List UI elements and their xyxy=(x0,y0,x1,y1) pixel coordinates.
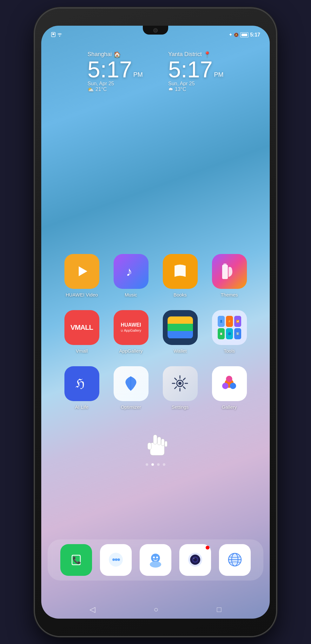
svg-point-30 xyxy=(115,558,117,561)
gallery-icon-bg xyxy=(212,366,247,401)
svg-rect-26 xyxy=(148,443,151,450)
svg-point-8 xyxy=(178,382,182,385)
settings-label: Settings xyxy=(171,404,189,410)
vmall-icon-bg: VMALL xyxy=(64,310,99,345)
svg-rect-4 xyxy=(222,265,228,279)
wallet-label: Wallet xyxy=(174,348,187,354)
ailife-label: AI Life xyxy=(75,404,89,410)
nav-back-button[interactable]: ◁ xyxy=(89,605,95,614)
app-ailife[interactable]: ℌ AI Life xyxy=(61,366,103,410)
svg-point-31 xyxy=(117,558,120,561)
wallet-icon-bg xyxy=(163,310,198,345)
tools-grid: 👤 ⚡ 📶 📋 🔵 ℹ️ xyxy=(215,313,244,342)
battery-icon xyxy=(240,32,248,37)
app-music[interactable]: ♪ Music xyxy=(110,254,152,297)
svg-rect-5 xyxy=(223,263,227,265)
svg-text:ℌ: ℌ xyxy=(76,377,85,390)
phone-screen: ✦ 🔕 5:17 Shanghai 🏠 5:17 PM Sun, Apr 25 xyxy=(41,26,270,619)
themes-icon-bg xyxy=(212,254,247,289)
svg-point-40 xyxy=(193,558,195,559)
clock-shanghai: Shanghai 🏠 5:17 PM Sun, Apr 25 ⛅ 21°C xyxy=(88,51,143,93)
weather-shanghai: ⛅ 21°C xyxy=(88,87,107,93)
app-settings[interactable]: Settings xyxy=(160,366,201,410)
camera-notification-dot xyxy=(206,546,209,550)
tools-icon-bg: 👤 ⚡ 📶 📋 🔵 ℹ️ xyxy=(212,310,247,345)
svg-point-34 xyxy=(153,556,155,558)
clock-widget: Shanghai 🏠 5:17 PM Sun, Apr 25 ⛅ 21°C Ya… xyxy=(41,45,270,99)
svg-point-33 xyxy=(150,561,161,568)
svg-line-16 xyxy=(175,387,177,389)
svg-point-32 xyxy=(151,554,160,563)
svg-rect-1 xyxy=(52,33,54,35)
wallet-stripes xyxy=(168,316,193,339)
bluetooth-icon: ✦ xyxy=(229,32,232,37)
clock-yanta: Yanta District 📍 5:17 PM Sun, Apr 25 🌧 1… xyxy=(168,51,223,93)
dock-phone[interactable]: 📞 xyxy=(60,544,92,576)
dock-messages[interactable] xyxy=(100,544,132,576)
books-icon-bg xyxy=(163,254,198,289)
phone-device: ✦ 🔕 5:17 Shanghai 🏠 5:17 PM Sun, Apr 25 xyxy=(35,8,276,636)
time-shanghai: 5:17 PM xyxy=(88,58,143,81)
nav-recent-button[interactable]: □ xyxy=(217,605,222,614)
svg-rect-24 xyxy=(161,439,164,446)
svg-text:📞: 📞 xyxy=(72,556,81,564)
dock-camera[interactable] xyxy=(179,544,211,576)
svg-point-29 xyxy=(112,558,115,561)
app-row-1: HUAWEI Video ♪ Music xyxy=(57,254,254,297)
date-shanghai: Sun, Apr 25 xyxy=(88,81,114,87)
tools-label: Tools xyxy=(224,348,235,354)
date-yanta: Sun, Apr 25 xyxy=(168,81,195,87)
svg-rect-23 xyxy=(157,437,161,445)
app-tools[interactable]: 👤 ⚡ 📶 📋 🔵 ℹ️ Tools xyxy=(209,310,250,354)
cursor-hand xyxy=(146,432,168,457)
svg-rect-22 xyxy=(153,435,157,444)
app-vmall[interactable]: VMALL Vmall xyxy=(61,310,103,354)
svg-marker-2 xyxy=(79,266,87,276)
app-gallery[interactable]: Gallery xyxy=(209,366,250,410)
svg-point-20 xyxy=(230,383,236,389)
optimizer-icon-bg xyxy=(114,366,149,401)
page-dot-4 xyxy=(163,463,165,466)
gallery-label: Gallery xyxy=(222,404,237,410)
music-icon-bg: ♪ xyxy=(114,254,149,289)
huawei-video-icon xyxy=(64,254,99,289)
svg-point-19 xyxy=(222,383,228,389)
dock-browser[interactable] xyxy=(219,544,251,576)
status-left-icons xyxy=(51,32,62,38)
books-label: Books xyxy=(174,292,187,297)
svg-rect-21 xyxy=(150,443,164,455)
svg-point-18 xyxy=(226,376,232,382)
page-dot-1 xyxy=(146,463,148,466)
svg-line-14 xyxy=(183,387,185,389)
wifi-icon xyxy=(57,32,62,37)
svg-point-35 xyxy=(156,556,158,558)
weather-yanta: 🌧 13°C xyxy=(168,87,186,92)
svg-rect-25 xyxy=(165,441,167,447)
app-row-3: ℌ AI Life Optimizer xyxy=(57,366,254,410)
page-dot-3 xyxy=(157,463,160,466)
time-yanta: 5:17 PM xyxy=(168,58,223,81)
page-dots xyxy=(146,463,165,466)
app-optimizer[interactable]: Optimizer xyxy=(110,366,152,410)
dock-celia[interactable] xyxy=(140,544,171,576)
page-dot-2 xyxy=(151,463,154,466)
svg-line-13 xyxy=(175,378,177,380)
status-right-icons: ✦ 🔕 5:17 xyxy=(229,32,260,38)
nav-bar: ◁ ○ □ xyxy=(60,605,251,614)
app-books[interactable]: Books xyxy=(160,254,201,297)
status-time: 5:17 xyxy=(250,32,260,38)
themes-label: Themes xyxy=(221,292,238,297)
appgallery-icon-bg: HUAWEI ∪ AppGallery xyxy=(114,310,149,345)
app-themes[interactable]: Themes xyxy=(209,254,250,297)
music-label: Music xyxy=(125,292,137,297)
app-grid: HUAWEI Video ♪ Music xyxy=(41,254,270,422)
mute-icon: 🔕 xyxy=(234,33,239,37)
nav-home-button[interactable]: ○ xyxy=(154,605,158,614)
appgallery-label: AppGallery xyxy=(119,348,142,354)
app-huawei-video[interactable]: HUAWEI Video xyxy=(61,254,103,297)
vmall-label: Vmall xyxy=(76,348,88,354)
optimizer-label: Optimizer xyxy=(121,404,141,410)
app-appgallery[interactable]: HUAWEI ∪ AppGallery AppGallery xyxy=(110,310,152,354)
app-wallet[interactable]: Wallet xyxy=(160,310,201,354)
sim-icon xyxy=(51,32,56,38)
